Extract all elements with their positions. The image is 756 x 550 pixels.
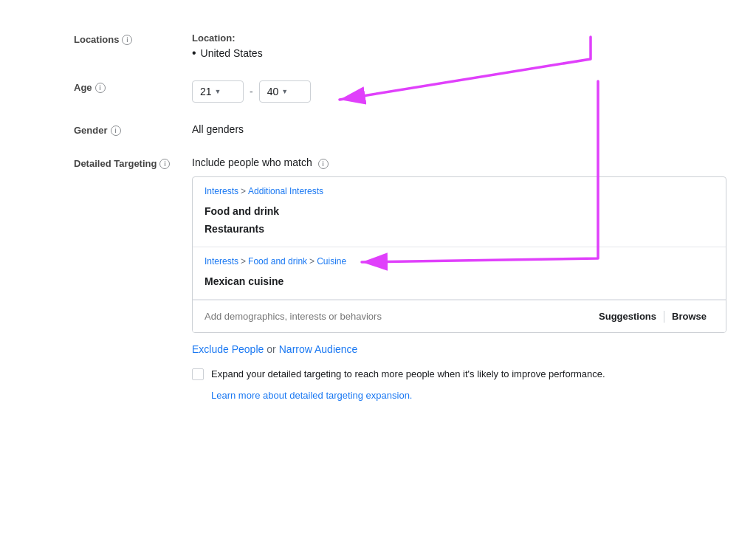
narrow-audience-link[interactable]: Narrow Audience (279, 343, 358, 355)
targeting-header-text: Include people who match (192, 157, 312, 168)
actions-row: Exclude People or Narrow Audience (192, 343, 726, 355)
location-item: • United States (192, 47, 726, 60)
gender-label: Gender i (74, 123, 192, 136)
age-min-chevron: ▼ (215, 88, 221, 95)
detailed-targeting-row: Detailed Targeting i Include people who … (74, 146, 726, 411)
locations-label-text: Locations (74, 34, 119, 45)
detailed-targeting-content: Include people who match i Interests > A… (192, 157, 726, 401)
targeting-section-cuisine: Interests > Food and drink > Cuisine Mex… (193, 247, 726, 300)
expand-row: Expand your detailed targeting to reach … (192, 367, 726, 382)
actions-or: or (267, 343, 275, 355)
bullet-icon: • (192, 47, 196, 60)
age-max-select[interactable]: 40 ▼ (259, 80, 311, 103)
age-min-select[interactable]: 21 ▼ (192, 80, 244, 103)
gender-label-text: Gender (74, 125, 108, 136)
targeting-section-additional: Interests > Additional Interests Food an… (193, 177, 726, 247)
age-max-chevron: ▼ (281, 88, 288, 95)
breadcrumb-sep-3: > (309, 256, 315, 267)
breadcrumb-sep-2: > (241, 256, 246, 267)
gender-row: Gender i All genders (74, 113, 726, 146)
location-country: United States (201, 47, 263, 59)
search-input[interactable] (205, 311, 591, 322)
locations-row: Locations i Location: • United States (74, 22, 726, 70)
location-sublabel: Location: (192, 32, 726, 44)
breadcrumb-additional-interests[interactable]: Additional Interests (248, 186, 323, 196)
breadcrumb-cuisine: Interests > Food and drink > Cuisine (205, 256, 714, 267)
age-dash: - (250, 86, 253, 97)
targeting-box: Interests > Additional Interests Food an… (192, 176, 726, 333)
breadcrumb-interests-1[interactable]: Interests (205, 186, 238, 196)
expand-checkbox[interactable] (192, 368, 204, 380)
breadcrumb-food-drink[interactable]: Food and drink (248, 256, 307, 267)
gender-value: All genders (192, 123, 244, 135)
interest-restaurants: Restaurants (205, 220, 714, 238)
age-label-text: Age (74, 82, 92, 93)
breadcrumb-additional: Interests > Additional Interests (205, 186, 714, 196)
targeting-header-info-icon[interactable]: i (318, 159, 329, 169)
browse-button[interactable]: Browse (664, 308, 714, 325)
age-row: Age i 21 ▼ - 40 ▼ (74, 70, 726, 113)
learn-more-row: Learn more about detailed targeting expa… (211, 389, 726, 401)
detailed-targeting-info-icon[interactable]: i (159, 159, 170, 169)
exclude-people-link[interactable]: Exclude People (192, 343, 264, 355)
expand-text: Expand your detailed targeting to reach … (211, 367, 726, 382)
gender-info-icon[interactable]: i (111, 126, 121, 136)
age-label: Age i (74, 80, 192, 93)
breadcrumb-interests-2[interactable]: Interests (205, 256, 238, 267)
locations-label: Locations i (74, 32, 192, 45)
targeting-header: Include people who match i (192, 157, 726, 169)
interest-mexican-cuisine: Mexican cuisine (205, 272, 714, 290)
gender-content: All genders (192, 123, 726, 135)
form-section: Locations i Location: • United States Ag… (74, 22, 726, 411)
age-min-value: 21 (200, 86, 212, 97)
locations-info-icon[interactable]: i (122, 35, 132, 45)
search-buttons: Suggestions Browse (591, 308, 714, 325)
detailed-targeting-label: Detailed Targeting i (74, 157, 192, 169)
breadcrumb-sep-1: > (241, 186, 246, 196)
search-row: Suggestions Browse (193, 300, 726, 332)
interest-food-drink: Food and drink (205, 202, 714, 220)
breadcrumb-cuisine[interactable]: Cuisine (317, 256, 346, 267)
page-wrapper: Locations i Location: • United States Ag… (0, 0, 756, 550)
locations-content: Location: • United States (192, 32, 726, 60)
suggestions-button[interactable]: Suggestions (591, 308, 664, 325)
learn-more-link[interactable]: Learn more about detailed targeting expa… (211, 390, 412, 401)
age-controls: 21 ▼ - 40 ▼ (192, 80, 726, 103)
age-max-value: 40 (267, 86, 279, 97)
age-content: 21 ▼ - 40 ▼ (192, 80, 726, 103)
age-info-icon[interactable]: i (95, 83, 106, 93)
detailed-targeting-label-text: Detailed Targeting (74, 158, 157, 169)
